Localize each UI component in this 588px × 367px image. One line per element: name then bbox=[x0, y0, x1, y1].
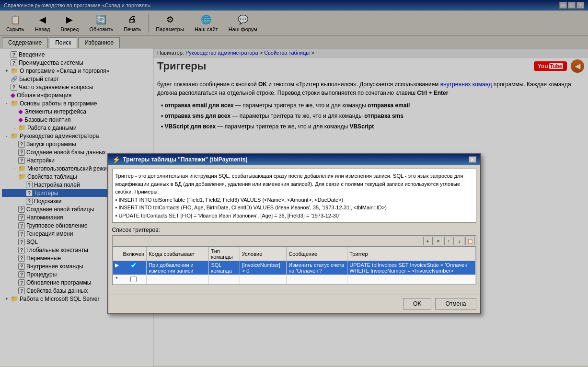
main-dialog: ⚡ Триггеры таблицы "Платежи" (tblPayment… bbox=[107, 153, 481, 314]
row-indicator-new: * bbox=[113, 275, 121, 285]
row-message-1[interactable]: Изменить статус счета на 'Оплачен'? bbox=[287, 261, 347, 275]
dialog-description: Триггер - это дополнительная инструкция … bbox=[112, 169, 476, 223]
col-indicator bbox=[113, 247, 121, 261]
cancel-button[interactable]: Отмена bbox=[435, 298, 476, 310]
row-indicator-1: ▶ bbox=[113, 261, 121, 275]
col-condition: Условие bbox=[240, 247, 286, 261]
row-message-new[interactable] bbox=[287, 275, 347, 285]
col-message: Сообщение bbox=[287, 247, 347, 261]
list-label: Список триггеров: bbox=[112, 227, 476, 233]
row-type-1[interactable]: SQL команда bbox=[209, 261, 240, 275]
dialog-overlay: ⚡ Триггеры таблицы "Платежи" (tblPayment… bbox=[0, 0, 588, 367]
table-down-btn[interactable]: ↓ bbox=[455, 237, 464, 245]
row-condition-1[interactable]: [InvoiceNumber] > 0 bbox=[240, 261, 286, 275]
dialog-footer: OK Отмена bbox=[108, 295, 480, 313]
table-delete-btn[interactable]: × bbox=[434, 237, 443, 245]
ok-button[interactable]: OK bbox=[403, 298, 431, 310]
table-row[interactable]: ▶ При добавлении и изменении записи SQL … bbox=[113, 261, 475, 275]
table-toolbar: + × ↑ ↓ 📋 bbox=[113, 236, 476, 247]
dialog-title-bar: ⚡ Триггеры таблицы "Платежи" (tblPayment… bbox=[108, 154, 480, 165]
dialog-title-text: Триггеры таблицы "Платежи" (tblPayments) bbox=[123, 156, 466, 163]
row-trigger-1[interactable]: UPDATE tblInvoices SET InvoiceState = 'О… bbox=[347, 261, 475, 275]
dialog-title-icon: ⚡ bbox=[112, 156, 120, 163]
col-when: Когда срабатывает bbox=[147, 247, 209, 261]
row-condition-new[interactable] bbox=[240, 275, 286, 285]
col-trigger: Триггер bbox=[347, 247, 475, 261]
table-copy-btn[interactable]: 📋 bbox=[465, 237, 475, 245]
row-type-new[interactable] bbox=[209, 275, 240, 285]
col-type: Тип команды bbox=[209, 247, 240, 261]
row-trigger-new[interactable] bbox=[347, 275, 475, 285]
col-enabled: Включен bbox=[121, 247, 147, 261]
triggers-table: Включен Когда срабатывает Тип команды Ус… bbox=[113, 247, 476, 285]
row-when-1[interactable]: При добавлении и изменении записи bbox=[147, 261, 209, 275]
enabled-checkbox-1[interactable] bbox=[130, 262, 137, 268]
row-enabled-1[interactable] bbox=[121, 261, 147, 275]
table-add-btn[interactable]: + bbox=[423, 237, 433, 245]
triggers-table-wrapper: + × ↑ ↓ 📋 Включен Когда срабатывает Тип … bbox=[112, 235, 476, 285]
enabled-checkbox-new[interactable] bbox=[130, 276, 137, 282]
row-enabled-new[interactable] bbox=[121, 275, 147, 285]
dialog-close-button[interactable]: × bbox=[469, 156, 476, 163]
table-new-row[interactable]: * bbox=[113, 275, 475, 285]
dialog-body: Триггер - это дополнительная инструкция … bbox=[108, 165, 480, 293]
table-up-btn[interactable]: ↑ bbox=[444, 237, 454, 245]
row-when-new[interactable] bbox=[147, 275, 209, 285]
